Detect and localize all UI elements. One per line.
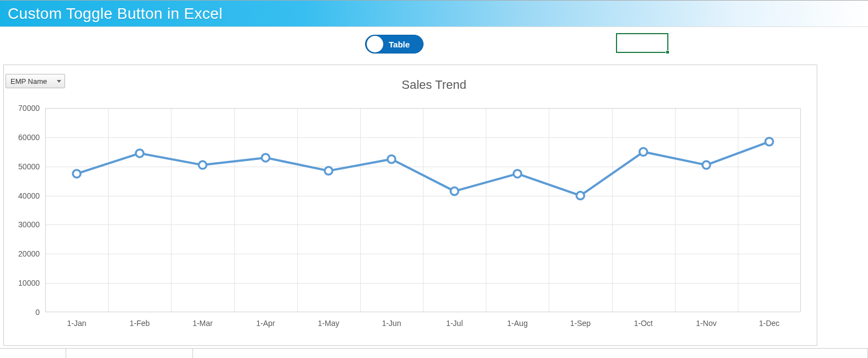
chart-title: Sales Trend [0, 78, 868, 92]
data-marker [73, 170, 81, 178]
data-marker [765, 138, 773, 146]
y-tick-label: 10000 [7, 279, 40, 287]
x-tick-label: 1-Mar [192, 319, 213, 328]
x-tick-label: 1-Feb [130, 319, 150, 328]
toggle-table-chart[interactable]: Table [365, 35, 424, 54]
sheet-tab-cell[interactable] [0, 348, 66, 358]
y-tick-label: 20000 [7, 249, 40, 258]
toggle-knob [367, 36, 383, 52]
x-tick-label: 1-May [318, 319, 339, 328]
sheet-tab-cell[interactable] [66, 348, 193, 358]
x-tick-label: 1-Dec [759, 319, 779, 328]
data-marker [325, 167, 333, 175]
data-marker [640, 148, 647, 156]
y-tick-label: 30000 [7, 220, 40, 229]
chevron-down-icon [57, 80, 61, 83]
x-tick-label: 1-Apr [256, 319, 275, 328]
y-tick-label: 40000 [7, 191, 40, 200]
x-tick-label: 1-Aug [507, 319, 528, 328]
x-tick-label: 1-Sep [570, 319, 591, 328]
toggle-row: Table [0, 27, 868, 55]
emp-name-slicer[interactable]: EMP Name [6, 74, 65, 88]
data-marker [576, 192, 584, 200]
header-bar: Custom Toggle Button in Excel [0, 1, 868, 27]
data-marker [136, 149, 143, 157]
selected-cell[interactable] [616, 33, 668, 53]
data-marker [388, 156, 395, 163]
sheet-tab-cell[interactable] [193, 348, 868, 358]
data-marker [262, 154, 270, 162]
slicer-label: EMP Name [10, 77, 47, 86]
sheet-bottom-row [0, 348, 868, 358]
x-tick-label: 1-Jan [67, 319, 87, 328]
y-tick-label: 50000 [7, 162, 40, 171]
data-marker [451, 188, 458, 195]
x-tick-label: 1-Nov [696, 319, 716, 328]
x-tick-label: 1-Oct [634, 319, 652, 328]
fill-handle[interactable] [666, 50, 669, 54]
x-tick-label: 1-Jun [382, 319, 401, 328]
x-tick-label: 1-Jul [446, 319, 463, 328]
data-marker [703, 161, 710, 169]
y-tick-label: 0 [7, 308, 40, 317]
y-tick-label: 70000 [7, 104, 40, 113]
line-series [45, 108, 801, 312]
header-title: Custom Toggle Button in Excel [8, 5, 223, 23]
toggle-label: Table [389, 40, 410, 49]
data-marker [199, 161, 206, 169]
data-marker [513, 170, 521, 178]
y-tick-label: 60000 [7, 133, 40, 142]
